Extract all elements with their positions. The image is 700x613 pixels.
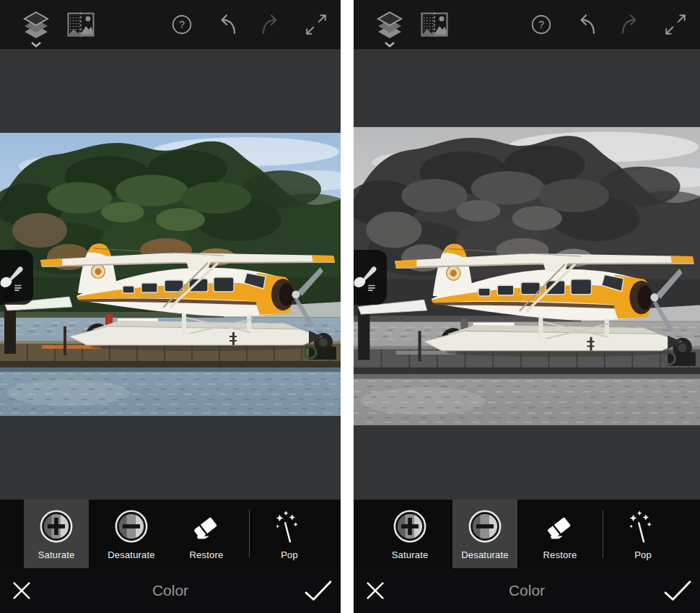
svg-text:?: ? bbox=[538, 19, 544, 30]
brush-tool-handle[interactable] bbox=[354, 250, 387, 305]
brush-tool-handle[interactable] bbox=[0, 250, 33, 305]
eraser-icon bbox=[542, 508, 578, 544]
tool-restore[interactable]: Restore bbox=[174, 500, 239, 568]
editor-panel-left: ? Saturate bbox=[0, 0, 341, 613]
fullscreen-icon[interactable] bbox=[302, 9, 331, 40]
fullscreen-icon[interactable] bbox=[661, 9, 690, 40]
tool-label: Saturate bbox=[392, 549, 429, 560]
help-icon[interactable]: ? bbox=[527, 9, 556, 40]
tool-label: Saturate bbox=[38, 549, 75, 560]
help-icon[interactable]: ? bbox=[167, 9, 196, 40]
tool-label: Desaturate bbox=[108, 549, 155, 560]
brush-icon bbox=[354, 261, 381, 294]
layers-icon[interactable] bbox=[22, 0, 51, 49]
photo-canvas[interactable] bbox=[354, 49, 700, 500]
layers-icon[interactable] bbox=[375, 0, 404, 49]
desaturate-minus-icon bbox=[113, 508, 149, 544]
tools-bar: Saturate Desaturate Restore Pop bbox=[0, 500, 341, 568]
saturate-plus-icon bbox=[392, 508, 428, 544]
photo-seaplane-desaturated[interactable] bbox=[354, 127, 700, 425]
svg-text:?: ? bbox=[179, 19, 185, 30]
brush-icon bbox=[0, 261, 27, 294]
image-adjust-icon[interactable] bbox=[420, 9, 449, 40]
tools-bar: Saturate Desaturate Restore Pop bbox=[354, 500, 700, 568]
tool-pop[interactable]: Pop bbox=[611, 500, 675, 568]
image-adjust-icon[interactable] bbox=[66, 9, 95, 40]
redo-icon[interactable] bbox=[257, 9, 286, 40]
saturate-plus-icon bbox=[38, 508, 74, 544]
desaturate-minus-icon bbox=[467, 508, 503, 544]
cancel-icon[interactable] bbox=[8, 577, 35, 604]
bottom-bar: Color bbox=[0, 568, 341, 613]
photo-image bbox=[354, 127, 700, 425]
tool-desaturate[interactable]: Desaturate bbox=[452, 500, 517, 568]
top-toolbar: ? bbox=[354, 0, 700, 49]
tool-label: Restore bbox=[543, 549, 577, 560]
photo-seaplane-color[interactable] bbox=[0, 133, 341, 416]
tool-label: Pop bbox=[281, 549, 298, 560]
redo-icon[interactable] bbox=[616, 9, 645, 40]
panel-title: Color bbox=[0, 582, 341, 599]
tool-label: Desaturate bbox=[461, 549, 509, 560]
tools-divider bbox=[249, 510, 250, 558]
panel-title: Color bbox=[354, 582, 700, 599]
cancel-icon[interactable] bbox=[362, 577, 389, 604]
undo-icon[interactable] bbox=[212, 9, 241, 40]
before-after-comparison: ? Saturate bbox=[0, 0, 700, 613]
tool-saturate[interactable]: Saturate bbox=[377, 500, 442, 568]
confirm-icon[interactable] bbox=[302, 576, 335, 605]
tools-divider bbox=[603, 510, 603, 558]
magic-wand-icon bbox=[625, 508, 661, 544]
tool-label: Pop bbox=[634, 549, 652, 560]
tool-saturate[interactable]: Saturate bbox=[24, 500, 89, 568]
top-toolbar: ? bbox=[0, 0, 341, 49]
tool-restore[interactable]: Restore bbox=[528, 500, 592, 568]
photo-canvas[interactable] bbox=[0, 49, 341, 500]
tool-label: Restore bbox=[190, 549, 224, 560]
bottom-bar: Color bbox=[354, 568, 700, 613]
tool-pop[interactable]: Pop bbox=[257, 500, 322, 568]
magic-wand-icon bbox=[271, 508, 307, 544]
confirm-icon[interactable] bbox=[661, 576, 694, 605]
undo-icon[interactable] bbox=[572, 9, 600, 40]
eraser-icon bbox=[188, 508, 224, 544]
tool-desaturate[interactable]: Desaturate bbox=[99, 500, 164, 568]
editor-panel-right: ? Saturate bbox=[354, 0, 700, 613]
photo-image bbox=[0, 133, 341, 416]
